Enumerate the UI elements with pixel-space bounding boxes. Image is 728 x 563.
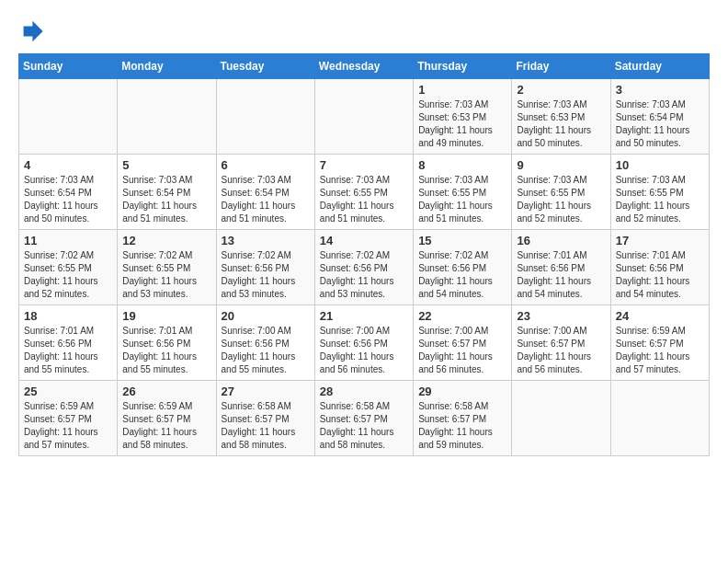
- day-number: 4: [24, 158, 112, 172]
- calendar-cell: 14Sunrise: 7:02 AMSunset: 6:56 PMDayligh…: [314, 230, 413, 305]
- day-number: 14: [320, 234, 408, 247]
- calendar-body: 1Sunrise: 7:03 AMSunset: 6:53 PMDaylight…: [19, 79, 710, 456]
- day-number: 9: [517, 158, 605, 172]
- calendar-cell: 27Sunrise: 6:58 AMSunset: 6:57 PMDayligh…: [216, 381, 314, 456]
- header-row: SundayMondayTuesdayWednesdayThursdayFrid…: [19, 54, 710, 79]
- day-number: 18: [24, 309, 112, 323]
- week-row-3: 11Sunrise: 7:02 AMSunset: 6:55 PMDayligh…: [19, 230, 710, 305]
- day-number: 24: [616, 309, 704, 323]
- day-number: 1: [418, 83, 506, 97]
- day-info: Sunrise: 7:02 AMSunset: 6:56 PMDaylight:…: [222, 249, 310, 301]
- column-header-wednesday: Wednesday: [314, 54, 413, 79]
- day-info: Sunrise: 7:03 AMSunset: 6:54 PMDaylight:…: [122, 174, 210, 225]
- day-number: 10: [616, 158, 704, 172]
- calendar-cell: 15Sunrise: 7:02 AMSunset: 6:56 PMDayligh…: [414, 230, 512, 305]
- calendar-cell: 6Sunrise: 7:03 AMSunset: 6:54 PMDaylight…: [216, 155, 314, 230]
- day-number: 7: [320, 158, 408, 172]
- calendar-cell: 12Sunrise: 7:02 AMSunset: 6:55 PMDayligh…: [118, 230, 216, 305]
- day-info: Sunrise: 7:00 AMSunset: 6:57 PMDaylight:…: [418, 325, 506, 376]
- calendar-cell: 9Sunrise: 7:03 AMSunset: 6:55 PMDaylight…: [512, 155, 610, 230]
- calendar-cell: 19Sunrise: 7:01 AMSunset: 6:56 PMDayligh…: [118, 305, 216, 381]
- day-number: 22: [418, 309, 506, 323]
- calendar-header: SundayMondayTuesdayWednesdayThursdayFrid…: [19, 54, 710, 79]
- calendar-cell: 4Sunrise: 7:03 AMSunset: 6:54 PMDaylight…: [19, 155, 118, 230]
- day-info: Sunrise: 7:03 AMSunset: 6:55 PMDaylight:…: [616, 174, 704, 225]
- day-number: 3: [616, 83, 704, 97]
- day-info: Sunrise: 6:59 AMSunset: 6:57 PMDaylight:…: [616, 325, 704, 376]
- calendar-cell: 11Sunrise: 7:02 AMSunset: 6:55 PMDayligh…: [19, 230, 118, 305]
- week-row-1: 1Sunrise: 7:03 AMSunset: 6:53 PMDaylight…: [19, 79, 710, 155]
- week-row-2: 4Sunrise: 7:03 AMSunset: 6:54 PMDaylight…: [19, 155, 710, 230]
- calendar-cell: [216, 79, 314, 155]
- day-number: 28: [320, 385, 408, 398]
- day-number: 26: [122, 385, 210, 398]
- day-number: 13: [222, 234, 310, 247]
- day-info: Sunrise: 7:03 AMSunset: 6:53 PMDaylight:…: [517, 98, 605, 150]
- day-info: Sunrise: 7:02 AMSunset: 6:56 PMDaylight:…: [320, 249, 408, 301]
- calendar-cell: 24Sunrise: 6:59 AMSunset: 6:57 PMDayligh…: [610, 305, 709, 381]
- week-row-5: 25Sunrise: 6:59 AMSunset: 6:57 PMDayligh…: [19, 381, 710, 456]
- column-header-sunday: Sunday: [19, 54, 118, 79]
- calendar-cell: 3Sunrise: 7:03 AMSunset: 6:54 PMDaylight…: [610, 79, 709, 155]
- calendar-cell: 21Sunrise: 7:00 AMSunset: 6:56 PMDayligh…: [314, 305, 413, 381]
- day-info: Sunrise: 6:58 AMSunset: 6:57 PMDaylight:…: [320, 400, 408, 452]
- column-header-monday: Monday: [118, 54, 216, 79]
- calendar-cell: 16Sunrise: 7:01 AMSunset: 6:56 PMDayligh…: [512, 230, 610, 305]
- calendar-cell: 25Sunrise: 6:59 AMSunset: 6:57 PMDayligh…: [19, 381, 118, 456]
- day-number: 2: [517, 83, 605, 97]
- calendar-cell: [314, 79, 413, 155]
- day-info: Sunrise: 7:01 AMSunset: 6:56 PMDaylight:…: [24, 325, 112, 376]
- day-info: Sunrise: 7:03 AMSunset: 6:54 PMDaylight:…: [24, 174, 112, 225]
- day-info: Sunrise: 6:58 AMSunset: 6:57 PMDaylight:…: [222, 400, 310, 452]
- calendar-cell: 17Sunrise: 7:01 AMSunset: 6:56 PMDayligh…: [610, 230, 709, 305]
- calendar-cell: 28Sunrise: 6:58 AMSunset: 6:57 PMDayligh…: [314, 381, 413, 456]
- day-info: Sunrise: 7:02 AMSunset: 6:55 PMDaylight:…: [122, 249, 210, 301]
- day-info: Sunrise: 6:58 AMSunset: 6:57 PMDaylight:…: [418, 400, 506, 452]
- page-header: [18, 18, 710, 44]
- calendar-cell: 22Sunrise: 7:00 AMSunset: 6:57 PMDayligh…: [414, 305, 512, 381]
- day-number: 21: [320, 309, 408, 323]
- column-header-tuesday: Tuesday: [216, 54, 314, 79]
- svg-marker-0: [24, 21, 43, 41]
- column-header-thursday: Thursday: [414, 54, 512, 79]
- day-number: 6: [222, 158, 310, 172]
- calendar-cell: 23Sunrise: 7:00 AMSunset: 6:57 PMDayligh…: [512, 305, 610, 381]
- day-number: 27: [222, 385, 310, 398]
- calendar-cell: [512, 381, 610, 456]
- calendar-cell: 2Sunrise: 7:03 AMSunset: 6:53 PMDaylight…: [512, 79, 610, 155]
- calendar-cell: 18Sunrise: 7:01 AMSunset: 6:56 PMDayligh…: [19, 305, 118, 381]
- calendar-cell: [610, 381, 709, 456]
- day-number: 19: [122, 309, 210, 323]
- calendar-cell: 10Sunrise: 7:03 AMSunset: 6:55 PMDayligh…: [610, 155, 709, 230]
- calendar-cell: 13Sunrise: 7:02 AMSunset: 6:56 PMDayligh…: [216, 230, 314, 305]
- day-info: Sunrise: 7:00 AMSunset: 6:56 PMDaylight:…: [320, 325, 408, 376]
- logo: [18, 18, 48, 44]
- calendar-cell: 20Sunrise: 7:00 AMSunset: 6:56 PMDayligh…: [216, 305, 314, 381]
- day-info: Sunrise: 7:03 AMSunset: 6:54 PMDaylight:…: [616, 98, 704, 150]
- calendar-table: SundayMondayTuesdayWednesdayThursdayFrid…: [18, 53, 710, 456]
- day-number: 17: [616, 234, 704, 247]
- day-info: Sunrise: 7:01 AMSunset: 6:56 PMDaylight:…: [122, 325, 210, 376]
- day-info: Sunrise: 7:02 AMSunset: 6:56 PMDaylight:…: [418, 249, 506, 301]
- calendar-cell: 7Sunrise: 7:03 AMSunset: 6:55 PMDaylight…: [314, 155, 413, 230]
- day-number: 29: [418, 385, 506, 398]
- day-info: Sunrise: 7:03 AMSunset: 6:53 PMDaylight:…: [418, 98, 506, 150]
- calendar-cell: 29Sunrise: 6:58 AMSunset: 6:57 PMDayligh…: [414, 381, 512, 456]
- day-number: 25: [24, 385, 112, 398]
- logo-icon: [18, 18, 44, 44]
- day-info: Sunrise: 7:03 AMSunset: 6:55 PMDaylight:…: [320, 174, 408, 225]
- day-info: Sunrise: 7:00 AMSunset: 6:56 PMDaylight:…: [222, 325, 310, 376]
- day-info: Sunrise: 6:59 AMSunset: 6:57 PMDaylight:…: [122, 400, 210, 452]
- day-number: 15: [418, 234, 506, 247]
- day-info: Sunrise: 7:01 AMSunset: 6:56 PMDaylight:…: [517, 249, 605, 301]
- day-info: Sunrise: 7:02 AMSunset: 6:55 PMDaylight:…: [24, 249, 112, 301]
- day-info: Sunrise: 7:03 AMSunset: 6:55 PMDaylight:…: [517, 174, 605, 225]
- day-number: 8: [418, 158, 506, 172]
- day-info: Sunrise: 7:00 AMSunset: 6:57 PMDaylight:…: [517, 325, 605, 376]
- calendar-cell: 1Sunrise: 7:03 AMSunset: 6:53 PMDaylight…: [414, 79, 512, 155]
- day-info: Sunrise: 7:01 AMSunset: 6:56 PMDaylight:…: [616, 249, 704, 301]
- day-info: Sunrise: 7:03 AMSunset: 6:55 PMDaylight:…: [418, 174, 506, 225]
- day-info: Sunrise: 7:03 AMSunset: 6:54 PMDaylight:…: [222, 174, 310, 225]
- calendar-cell: 26Sunrise: 6:59 AMSunset: 6:57 PMDayligh…: [118, 381, 216, 456]
- day-number: 20: [222, 309, 310, 323]
